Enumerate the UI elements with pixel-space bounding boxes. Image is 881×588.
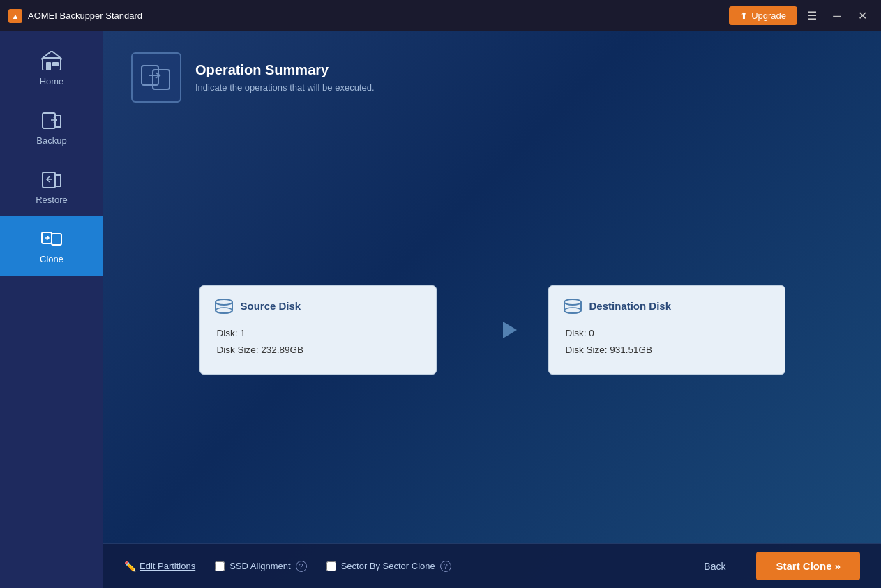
destination-disk-body: Disk: 0 Disk Size: 931.51GB	[563, 325, 771, 359]
source-disk-size: Disk Size: 232.89GB	[217, 342, 422, 359]
main-layout: Home Backup Restore	[0, 31, 881, 588]
sector-by-sector-label: Sector By Sector Clone	[341, 561, 435, 571]
destination-disk-number: Disk: 0	[566, 325, 771, 342]
clone-label: Clone	[40, 254, 63, 264]
destination-disk-icon	[563, 299, 582, 314]
home-label: Home	[40, 76, 64, 86]
svg-point-10	[216, 308, 232, 313]
app-title: AOMEI Backupper Standard	[28, 10, 142, 21]
back-button[interactable]: Back	[693, 555, 737, 578]
header-text: Operation Summary Indicate the operation…	[195, 62, 375, 93]
source-disk-icon	[214, 299, 234, 314]
minimize-button[interactable]: ─	[827, 6, 848, 26]
header-title: Operation Summary	[195, 62, 375, 78]
svg-rect-3	[43, 113, 55, 128]
sector-by-sector-option[interactable]: Sector By Sector Clone ?	[326, 561, 451, 572]
sector-by-sector-checkbox[interactable]	[326, 561, 336, 571]
backup-icon	[40, 109, 63, 131]
clone-diagram: Source Disk Disk: 1 Disk Size: 232.89GB	[103, 116, 881, 543]
upgrade-label: Upgrade	[751, 10, 786, 21]
ssd-alignment-help-icon[interactable]: ?	[296, 561, 307, 572]
edit-partitions-label: Edit Partitions	[140, 561, 195, 571]
ssd-alignment-label: SSD Alignment	[229, 561, 290, 571]
sidebar-item-backup[interactable]: Backup	[0, 98, 103, 157]
svg-rect-8	[153, 70, 170, 89]
header-subtitle: Indicate the operations that will be exe…	[195, 82, 375, 93]
menu-button[interactable]: ☰	[801, 6, 822, 26]
edit-partitions-option[interactable]: ✏️ Edit Partitions	[124, 561, 195, 572]
backup-label: Backup	[36, 135, 66, 146]
source-disk-number: Disk: 1	[217, 325, 422, 342]
titlebar-left: ▲ AOMEI Backupper Standard	[8, 9, 142, 23]
source-disk-header: Source Disk	[214, 299, 422, 314]
svg-rect-6	[52, 234, 61, 245]
destination-disk-card: Destination Disk Disk: 0 Disk Size: 931.…	[548, 285, 785, 375]
svg-point-12	[564, 308, 581, 313]
svg-point-9	[216, 299, 232, 305]
upgrade-button[interactable]: ⬆ Upgrade	[729, 6, 797, 25]
upgrade-arrow-icon: ⬆	[740, 10, 748, 21]
footer-bar: ✏️ Edit Partitions SSD Alignment ? Secto…	[103, 543, 881, 588]
svg-rect-4	[43, 172, 55, 188]
close-button[interactable]: ✕	[852, 6, 873, 26]
destination-disk-label: Destination Disk	[589, 300, 672, 312]
clone-arrow	[465, 309, 520, 351]
header-icon-wrap	[131, 52, 181, 103]
destination-disk-size: Disk Size: 931.51GB	[566, 342, 771, 359]
clone-icon	[40, 227, 63, 250]
source-disk-card: Source Disk Disk: 1 Disk Size: 232.89GB	[199, 285, 437, 375]
start-clone-button[interactable]: Start Clone »	[756, 552, 860, 580]
svg-point-11	[564, 299, 581, 305]
sidebar-item-restore[interactable]: Restore	[0, 157, 103, 216]
content-area: Operation Summary Indicate the operation…	[103, 31, 881, 588]
restore-label: Restore	[36, 195, 68, 205]
content-header: Operation Summary Indicate the operation…	[103, 31, 881, 116]
svg-rect-2	[52, 62, 59, 66]
edit-partitions-icon: ✏️	[124, 561, 136, 572]
source-disk-label: Source Disk	[241, 300, 301, 312]
back-label: Back	[704, 561, 725, 572]
restore-icon	[40, 168, 63, 190]
sector-by-sector-help-icon[interactable]: ?	[440, 561, 451, 572]
titlebar: ▲ AOMEI Backupper Standard ⬆ Upgrade ☰ ─…	[0, 0, 881, 31]
destination-disk-header: Destination Disk	[563, 299, 771, 314]
svg-rect-1	[46, 62, 51, 70]
app-icon: ▲	[8, 9, 22, 23]
ssd-alignment-option[interactable]: SSD Alignment ?	[215, 561, 306, 572]
sidebar: Home Backup Restore	[0, 31, 103, 588]
home-icon	[40, 50, 63, 72]
sidebar-item-home[interactable]: Home	[0, 38, 103, 98]
source-disk-body: Disk: 1 Disk Size: 232.89GB	[214, 325, 422, 359]
ssd-alignment-checkbox[interactable]	[215, 561, 225, 571]
start-clone-label: Start Clone »	[776, 560, 841, 572]
titlebar-controls: ⬆ Upgrade ☰ ─ ✕	[729, 6, 873, 26]
sidebar-item-clone[interactable]: Clone	[0, 216, 103, 276]
